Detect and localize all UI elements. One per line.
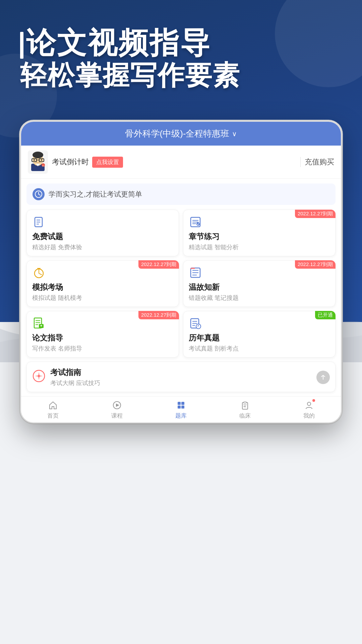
review-badge: 2022.12.27到期 [295, 260, 336, 269]
compass-icon [32, 369, 46, 383]
countdown-label: 考试倒计时 [52, 157, 89, 167]
card-mock-exam-desc: 模拟试题 随机模考 [32, 294, 173, 302]
nav-clinical[interactable]: 临床 [213, 400, 277, 420]
app-header-title: 骨外科学(中级)-全程特惠班 [125, 128, 230, 140]
svg-point-7 [34, 159, 35, 161]
svg-text:职: 职 [42, 165, 44, 167]
hero-section: 论文视频指导 轻松掌握写作要素 [20, 27, 342, 92]
card-free-questions-desc: 精选好题 免费体验 [32, 243, 173, 251]
card-mock-exam-title: 模拟考场 [32, 282, 173, 292]
card-chapter-practice-desc: 精选试题 智能分析 [189, 243, 330, 251]
grid-icon [176, 400, 186, 411]
svg-rect-46 [181, 406, 184, 409]
svg-point-41 [38, 375, 40, 377]
device-wrapper: 骨外科学(中级)-全程特惠班 ∨ [20, 121, 342, 423]
hero-line1: 论文视频指导 [20, 27, 342, 59]
card-mock-exam[interactable]: 2022.12.27到期 模拟考场 模拟试题 随机模考 [26, 260, 179, 307]
scroll-button[interactable] [316, 371, 330, 384]
recharge-button[interactable]: 充值购买 [305, 157, 334, 167]
motto-text: 学而实习之,才能让考试更简单 [49, 190, 142, 199]
clipboard-icon [240, 400, 250, 411]
nav-course[interactable]: 课程 [85, 400, 149, 420]
hero-line2: 轻松掌握写作要素 [20, 59, 342, 92]
nav-mine-label: 我的 [303, 412, 315, 420]
nav-home-label: 首页 [47, 412, 59, 420]
exam-guide-desc: 考试大纲 应试技巧 [50, 379, 100, 387]
svg-rect-44 [181, 402, 184, 405]
card-free-questions-title: 免费试题 [32, 231, 173, 242]
exam-guide-title: 考试指南 [50, 367, 100, 378]
card-past-exams-desc: 考试真题 剖析考点 [189, 344, 330, 353]
mock-exam-badge: 2022.12.27到期 [138, 260, 179, 269]
play-icon [112, 400, 122, 411]
home-icon [48, 400, 58, 411]
cards-grid: 免费试题 精选好题 免费体验 2022.12.27到期 章节练习 [21, 210, 341, 358]
history-icon [189, 317, 202, 330]
arrow-up-icon [320, 374, 326, 381]
paper-icon [32, 317, 46, 330]
nav-clinical-label: 临床 [239, 412, 251, 420]
svg-rect-45 [178, 406, 181, 409]
sub-header: 职 考试倒计时 点我设置 充值购买 [21, 146, 341, 179]
avatar: 职 [28, 150, 48, 174]
past-exams-badge: 已开通 [315, 311, 336, 319]
nav-questions[interactable]: 题库 [149, 400, 213, 420]
nav-questions-label: 题库 [175, 412, 187, 420]
exam-guide-text: 考试指南 考试大纲 应试技巧 [50, 367, 100, 387]
svg-point-3 [33, 152, 43, 158]
thesis-badge: 2022.12.27到期 [138, 311, 179, 319]
svg-point-8 [41, 159, 42, 161]
svg-point-52 [307, 402, 311, 406]
card-chapter-practice[interactable]: 2022.12.27到期 章节练习 精选试题 智能分析 [183, 210, 336, 256]
divider [300, 157, 301, 167]
chevron-down-icon[interactable]: ∨ [232, 130, 237, 138]
card-thesis-desc: 写作发表 名师指导 [32, 344, 173, 353]
chapter-practice-badge: 2022.12.27到期 [295, 210, 336, 218]
svg-rect-43 [178, 402, 181, 405]
card-review-title: 温故知新 [189, 282, 330, 292]
hero-bar [20, 32, 23, 59]
svg-rect-48 [244, 402, 246, 403]
nav-home[interactable]: 首页 [21, 400, 85, 420]
card-past-exams-title: 历年真题 [189, 333, 330, 343]
app-header: 骨外科学(中级)-全程特惠班 ∨ [21, 122, 341, 146]
card-chapter-practice-title: 章节练习 [189, 231, 330, 242]
clock-svg [35, 191, 42, 198]
bottom-nav: 首页 课程 [21, 396, 341, 422]
card-review[interactable]: 2022.12.27到期 温故知新 错题收藏 笔记搜题 [183, 260, 336, 307]
card-thesis-title: 论文指导 [32, 333, 173, 343]
device-mockup: 骨外科学(中级)-全程特惠班 ∨ [20, 121, 342, 423]
card-past-exams[interactable]: 已开通 历年真题 考试真题 剖析考点 [183, 311, 336, 358]
countdown-set-button[interactable]: 点我设置 [92, 157, 123, 168]
card-exam-guide[interactable]: 考试指南 考试大纲 应试技巧 [26, 362, 336, 392]
card-review-desc: 错题收藏 笔记搜题 [189, 294, 330, 302]
user-icon [304, 400, 314, 411]
review-icon [189, 266, 202, 279]
nav-mine[interactable]: 我的 [277, 400, 341, 420]
motto-bar: 学而实习之,才能让考试更简单 [26, 183, 336, 205]
nav-course-label: 课程 [111, 412, 123, 420]
card-free-questions[interactable]: 免费试题 精选好题 免费体验 [26, 210, 179, 256]
notification-dot [312, 398, 316, 402]
clock-outline-icon [32, 266, 46, 279]
list-icon [189, 215, 202, 229]
doc-icon [32, 215, 46, 229]
avatar-svg: 职 [28, 151, 47, 173]
card-thesis[interactable]: 2022.12.27到期 论文指导 写作发表 名师指导 [26, 311, 179, 358]
clock-icon [33, 188, 45, 200]
countdown-area: 考试倒计时 点我设置 [52, 157, 296, 168]
